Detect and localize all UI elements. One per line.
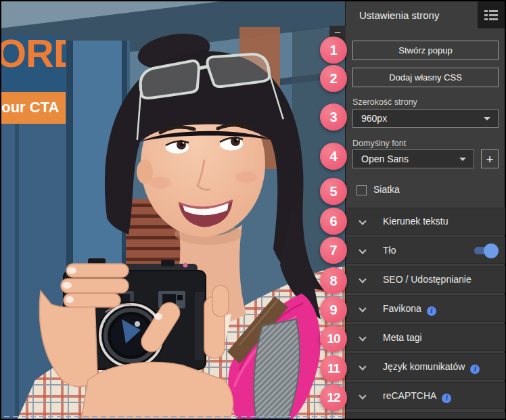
section-label: reCAPTCHAi (383, 383, 451, 409)
annotation-badge-12: 12 (320, 384, 347, 411)
list-icon (484, 10, 498, 20)
chevron-down-icon (359, 217, 366, 225)
add-custom-css-button[interactable]: Dodaj własny CSS (352, 68, 499, 87)
section-label: Kierunek tekstu (383, 208, 448, 235)
page-width-value: 960px (361, 110, 387, 127)
app-window: ORD your CTA Ustawienia strony – Stwórz … (0, 0, 506, 420)
page-title: Ustawienia strony (359, 1, 439, 30)
chevron-down-icon (359, 363, 366, 370)
section-seo-sharing[interactable]: SEO / Udostępnianie (346, 266, 505, 293)
caret-down-icon (484, 117, 490, 120)
section-label: SEO / Udostępnianie (383, 266, 472, 293)
section-label: Tło (383, 237, 396, 264)
caret-down-icon (459, 158, 466, 161)
section-label: Język komunikatówi (383, 354, 480, 380)
toggle-knob (484, 243, 499, 258)
add-font-button[interactable]: + (481, 149, 499, 168)
section-label: Meta tagi (383, 325, 422, 351)
default-font-select[interactable]: Open Sans (352, 149, 474, 168)
page-settings-panel: Ustawienia strony – Stwórz popup Dodaj w… (345, 1, 505, 419)
chevron-down-icon (359, 246, 366, 254)
create-popup-button[interactable]: Stwórz popup (352, 41, 499, 60)
annotation-badge-2: 2 (320, 65, 347, 92)
chevron-down-icon (359, 392, 366, 399)
chevron-down-icon (359, 304, 366, 312)
annotation-badge-6: 6 (320, 208, 347, 235)
default-font-value: Open Sans (361, 150, 409, 168)
cta-banner[interactable]: your CTA (1, 92, 66, 124)
info-icon: i (442, 394, 451, 403)
section-text-direction[interactable]: Kierunek tekstu (346, 208, 505, 235)
section-meta-tags[interactable]: Meta tagi (346, 324, 505, 351)
annotation-badge-3: 3 (320, 103, 347, 131)
annotation-badge-4: 4 (320, 143, 347, 170)
panel-menu-button[interactable] (478, 1, 505, 28)
section-favicon[interactable]: Favikonai (346, 295, 505, 322)
section-partial-row[interactable] (346, 412, 505, 419)
grid-checkbox-label: Siatka (373, 184, 400, 195)
annotation-badge-1: 1 (320, 37, 347, 64)
annotation-badge-11: 11 (320, 355, 347, 382)
headline-text: ORD (1, 36, 66, 76)
annotation-badge-10: 10 (320, 325, 347, 352)
info-icon: i (470, 365, 480, 374)
section-background[interactable]: Tło (346, 237, 505, 264)
section-label: Favikonai (383, 296, 436, 322)
info-icon: i (427, 306, 436, 316)
chevron-down-icon (359, 275, 366, 283)
page-width-label: Szerokość strony (352, 97, 417, 107)
chevron-down-icon (359, 333, 366, 341)
section-recaptcha[interactable]: reCAPTCHAi (346, 382, 505, 409)
section-message-language[interactable]: Język komunikatówi (346, 353, 505, 380)
headline-banner[interactable]: ORD (1, 36, 66, 92)
annotation-badge-9: 9 (320, 296, 347, 323)
annotation-badge-7: 7 (320, 237, 347, 264)
grid-checkbox[interactable] (356, 185, 367, 195)
cta-text: your CTA (1, 99, 59, 116)
annotation-badge-5: 5 (320, 178, 347, 205)
default-font-label: Domyślny font (352, 139, 406, 148)
background-toggle[interactable] (474, 247, 497, 254)
page-width-select[interactable]: 960px (352, 109, 499, 128)
annotation-badge-8: 8 (320, 267, 347, 294)
